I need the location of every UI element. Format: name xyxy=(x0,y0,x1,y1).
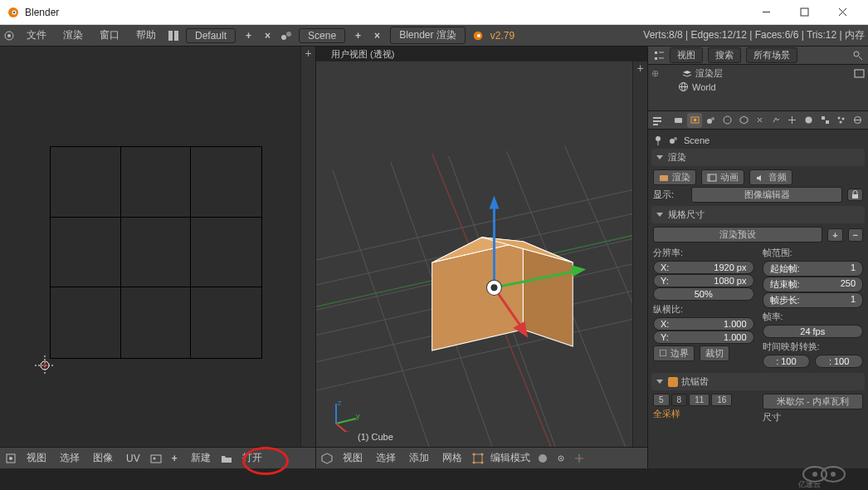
window-minimize-button[interactable] xyxy=(747,0,785,25)
svg-point-71 xyxy=(854,51,859,56)
svg-marker-38 xyxy=(523,242,573,346)
viewport-type-icon[interactable] xyxy=(321,453,333,464)
image-icon xyxy=(854,68,865,79)
uv-menu-select[interactable]: 选择 xyxy=(56,451,83,465)
render-button[interactable]: 渲染 xyxy=(653,169,696,185)
window-close-button[interactable] xyxy=(823,0,861,25)
uv-menu-view[interactable]: 视图 xyxy=(23,451,50,465)
viewport-canvas[interactable]: zyx (1) Cube + xyxy=(316,61,647,447)
manipulator-icon[interactable] xyxy=(573,453,585,464)
aa-enable-checkbox[interactable] xyxy=(668,377,678,387)
frame-step-field[interactable]: 帧步长:1 xyxy=(763,292,864,308)
border-checkbox[interactable]: ☐ 边界 xyxy=(653,345,695,361)
engine-dropdown[interactable]: Blender 渲染 xyxy=(390,27,466,44)
pivot-icon[interactable] xyxy=(555,453,567,464)
tab-object[interactable] xyxy=(736,113,751,128)
uv-menu-uvs[interactable]: UV xyxy=(123,453,144,464)
folder-icon[interactable] xyxy=(221,453,232,464)
shading-icon[interactable] xyxy=(537,453,549,464)
render-audio-button[interactable]: 音频 xyxy=(749,169,792,185)
outliner-tab-type[interactable]: 所有场景 xyxy=(746,47,797,63)
uv-canvas[interactable]: + xyxy=(0,47,315,447)
tab-scene[interactable] xyxy=(704,113,719,128)
uv-editor-header: 视图 选择 图像 UV + 新建 打开 xyxy=(0,447,315,468)
fps-field[interactable]: 24 fps xyxy=(763,325,864,338)
tab-render[interactable] xyxy=(671,113,686,128)
crop-checkbox[interactable]: 裁切 xyxy=(700,345,729,361)
editor-type-icon[interactable] xyxy=(3,30,15,42)
uv-menu-image[interactable]: 图像 xyxy=(90,451,116,465)
tab-world[interactable] xyxy=(720,113,735,128)
tab-data[interactable] xyxy=(785,113,800,128)
vp-menu-add[interactable]: 添加 xyxy=(406,451,432,465)
aa-filter-dropdown[interactable]: 米歇尔 - 内卓瓦利 xyxy=(763,394,864,409)
outliner-tab-view[interactable]: 视图 xyxy=(670,47,703,63)
screen-layout-icon[interactable] xyxy=(168,30,179,42)
vp-menu-view[interactable]: 视图 xyxy=(339,451,366,465)
pin-icon[interactable] xyxy=(653,135,663,145)
mode-icon[interactable] xyxy=(472,453,484,464)
image-new-plus-button[interactable]: + xyxy=(168,453,181,464)
image-browse-icon[interactable] xyxy=(150,453,162,464)
tab-constraints[interactable] xyxy=(753,113,768,128)
uv-editor-type-icon[interactable] xyxy=(5,453,17,464)
resolution-percent-field[interactable]: 50% xyxy=(653,287,754,301)
image-new-button[interactable]: 新建 xyxy=(188,451,214,465)
menu-render[interactable]: 渲染 xyxy=(58,28,88,42)
tab-particles[interactable] xyxy=(834,113,849,128)
scene-add-button[interactable]: + xyxy=(352,30,364,42)
filter-icon[interactable] xyxy=(852,50,863,61)
svg-point-58 xyxy=(473,453,475,455)
panel-dimensions-header[interactable]: 规格尺寸 xyxy=(651,206,865,223)
aspect-y-field[interactable]: Y:1.000 xyxy=(653,331,754,344)
mode-dropdown[interactable]: 编辑模式 xyxy=(490,451,530,465)
screen-layout-dropdown[interactable]: Default xyxy=(186,28,236,43)
menu-help[interactable]: 帮助 xyxy=(131,28,161,42)
outliner-type-icon[interactable] xyxy=(653,50,665,61)
uv-toolshelf-toggle[interactable]: + xyxy=(300,47,315,447)
aa-size-label: 尺寸 xyxy=(763,411,781,424)
tab-modifiers[interactable] xyxy=(768,113,783,128)
preset-add-button[interactable]: + xyxy=(827,228,842,242)
render-anim-button[interactable]: 动画 xyxy=(701,169,744,185)
scene-icon[interactable] xyxy=(280,30,292,42)
window-maximize-button[interactable] xyxy=(785,0,823,25)
tab-render-layers[interactable] xyxy=(687,113,702,128)
svg-rect-4 xyxy=(801,8,808,16)
tab-texture[interactable] xyxy=(817,113,832,128)
outliner-item-world[interactable]: World xyxy=(651,81,865,93)
tab-physics[interactable] xyxy=(850,113,865,128)
image-open-button[interactable]: 打开 xyxy=(239,451,266,465)
outliner-tree[interactable]: ⊕ 渲染层 World xyxy=(648,65,868,110)
resolution-y-field[interactable]: Y:1080 px xyxy=(653,274,754,287)
preset-remove-button[interactable]: − xyxy=(848,228,863,242)
resolution-x-field[interactable]: X:1920 px xyxy=(653,261,754,274)
lock-icon[interactable] xyxy=(847,189,863,201)
remap-new-field[interactable]: : 100 xyxy=(815,355,863,368)
menu-file[interactable]: 文件 xyxy=(22,28,51,42)
remap-old-field[interactable]: : 100 xyxy=(763,355,811,368)
layout-remove-button[interactable]: × xyxy=(261,30,274,42)
viewport-sidebar-toggle[interactable]: + xyxy=(632,61,647,447)
frame-start-field[interactable]: 起始帧:1 xyxy=(763,261,864,277)
tab-material[interactable] xyxy=(802,113,817,128)
display-dropdown[interactable]: 图像编辑器 xyxy=(691,187,842,203)
panel-render-header[interactable]: 渲染 xyxy=(651,149,865,166)
layout-add-button[interactable]: + xyxy=(242,30,255,42)
vp-menu-mesh[interactable]: 网格 xyxy=(439,451,466,465)
panel-aa-header[interactable]: 抗锯齿 xyxy=(651,373,865,390)
frame-end-field[interactable]: 结束帧:250 xyxy=(763,277,864,292)
aa-samples-group[interactable]: 5 8 11 16 xyxy=(653,394,754,406)
outliner-tab-search[interactable]: 搜索 xyxy=(708,47,741,63)
scene-dropdown[interactable]: Scene xyxy=(299,28,345,43)
properties-type-icon[interactable] xyxy=(651,115,663,126)
svg-text:亿速云: 亿速云 xyxy=(797,480,821,488)
outliner-item-renderlayers[interactable]: ⊕ 渲染层 xyxy=(651,66,865,81)
aspect-x-field[interactable]: X:1.000 xyxy=(653,317,754,331)
render-preset-dropdown[interactable]: 渲染预设 xyxy=(653,227,822,243)
vp-menu-select[interactable]: 选择 xyxy=(373,451,399,465)
svg-rect-57 xyxy=(474,454,482,463)
svg-point-84 xyxy=(711,117,714,120)
menu-window[interactable]: 窗口 xyxy=(95,28,124,42)
scene-remove-button[interactable]: × xyxy=(371,30,383,42)
